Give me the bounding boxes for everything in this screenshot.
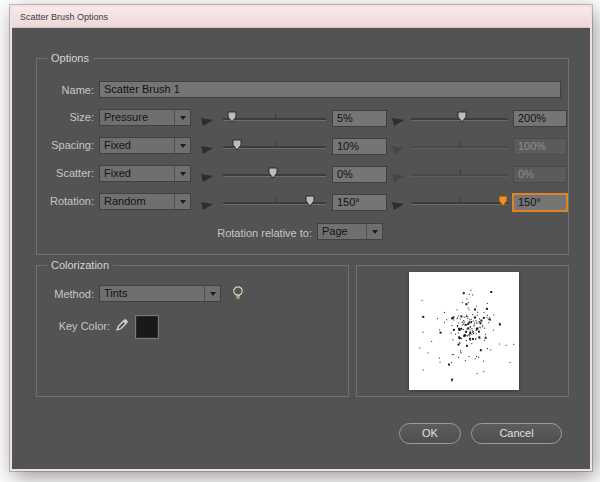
brush-name-input[interactable]: Scatter Brush 1 [99,81,561,98]
scatter-brush-options-dialog: Scatter Brush Options Options Name: Scat… [10,5,592,471]
slider-track [411,202,508,205]
slider-track [223,118,326,121]
pressure-wedge-icon [391,141,405,152]
dialog-body: Options Name: Scatter Brush 1 Size: Pres… [12,28,590,469]
pressure-wedge-icon [200,197,214,208]
rotation-relative-dropdown[interactable]: Page [317,223,383,240]
scatter-mode-dropdown[interactable]: Fixed [99,165,191,182]
rotation-row: Rotation: Random 150° [12,193,592,211]
spacing-mode-dropdown[interactable]: Fixed [99,137,191,154]
rotation-max-field[interactable]: 150° [513,194,567,211]
brush-preview-panel [356,265,569,397]
spacing-min-field[interactable]: 10% [332,138,387,155]
pressure-wedge-icon [200,141,214,152]
dialog-titlebar[interactable]: Scatter Brush Options [12,7,590,28]
preview-canvas [409,272,519,390]
slider-center-tick [460,170,461,174]
chevron-down-icon [174,138,190,153]
eyedropper-icon[interactable] [115,316,131,332]
spacing-label: Spacing: [22,137,94,154]
pressure-wedge-icon [391,113,405,124]
rotation-mode-value: Random [100,194,174,209]
slider-center-tick [460,142,461,146]
colorization-tips-lightbulb-icon[interactable] [230,285,246,301]
name-label: Name: [22,82,94,99]
slider-thumb[interactable] [457,111,467,123]
brush-preview-card [409,272,519,390]
pressure-wedge-icon [391,197,405,208]
scatter-label: Scatter: [22,165,94,182]
size-mode-value: Pressure [100,110,174,125]
options-group-label: Options [47,52,93,64]
slider-center-tick [275,198,276,202]
chevron-down-icon [174,110,190,125]
pressure-wedge-icon [391,169,405,180]
rotation-min-field[interactable]: 150° [332,194,387,211]
chevron-down-icon [366,224,382,239]
dialog-title: Scatter Brush Options [20,7,108,27]
chevron-down-icon [174,166,190,181]
scatter-min-field[interactable]: 0% [332,166,387,183]
colorization-method-value: Tints [100,286,204,301]
rotation-mode-dropdown[interactable]: Random [99,193,191,210]
size-row: Size: Pressure 5% [12,109,592,127]
chevron-down-icon [204,286,220,301]
size-min-field[interactable]: 5% [332,110,387,127]
slider-thumb-active[interactable] [498,195,508,207]
spacing-min-slider[interactable] [223,137,326,155]
key-color-label: Key Color: [24,318,110,335]
cancel-button[interactable]: Cancel [471,423,562,444]
rotation-max-slider[interactable] [411,193,508,211]
chevron-down-icon [174,194,190,209]
rotation-relative-value: Page [318,224,366,239]
slider-thumb[interactable] [268,167,278,179]
scatter-max-field: 0% [513,166,567,183]
slider-center-tick [275,114,276,118]
scatter-max-slider [411,165,508,183]
slider-thumb[interactable] [305,195,315,207]
slider-center-tick [275,142,276,146]
spacing-max-field: 100% [513,138,567,155]
size-mode-dropdown[interactable]: Pressure [99,109,191,126]
slider-track [411,174,508,177]
slider-center-tick [460,198,461,202]
spacing-max-slider [411,137,508,155]
rotation-min-slider[interactable] [223,193,326,211]
size-max-slider[interactable] [411,109,508,127]
slider-thumb[interactable] [227,111,237,123]
size-min-slider[interactable] [223,109,326,127]
colorization-group-label: Colorization [47,259,113,271]
method-label: Method: [24,286,94,303]
slider-track [411,146,508,149]
ok-button[interactable]: OK [399,423,461,444]
slider-thumb[interactable] [232,139,242,151]
spacing-row: Spacing: Fixed 10% [12,137,592,155]
rotation-relative-label: Rotation relative to: [112,225,312,242]
colorization-method-dropdown[interactable]: Tints [99,285,221,302]
scatter-mode-value: Fixed [100,166,174,181]
pressure-wedge-icon [200,113,214,124]
rotation-label: Rotation: [22,193,94,210]
key-color-swatch[interactable] [136,316,158,338]
desktop-background: Scatter Brush Options Options Name: Scat… [0,0,600,482]
pressure-wedge-icon [200,169,214,180]
scatter-row: Scatter: Fixed 0% [12,165,592,183]
scatter-min-slider[interactable] [223,165,326,183]
size-max-field[interactable]: 200% [513,110,567,127]
size-label: Size: [22,109,94,126]
spacing-mode-value: Fixed [100,138,174,153]
